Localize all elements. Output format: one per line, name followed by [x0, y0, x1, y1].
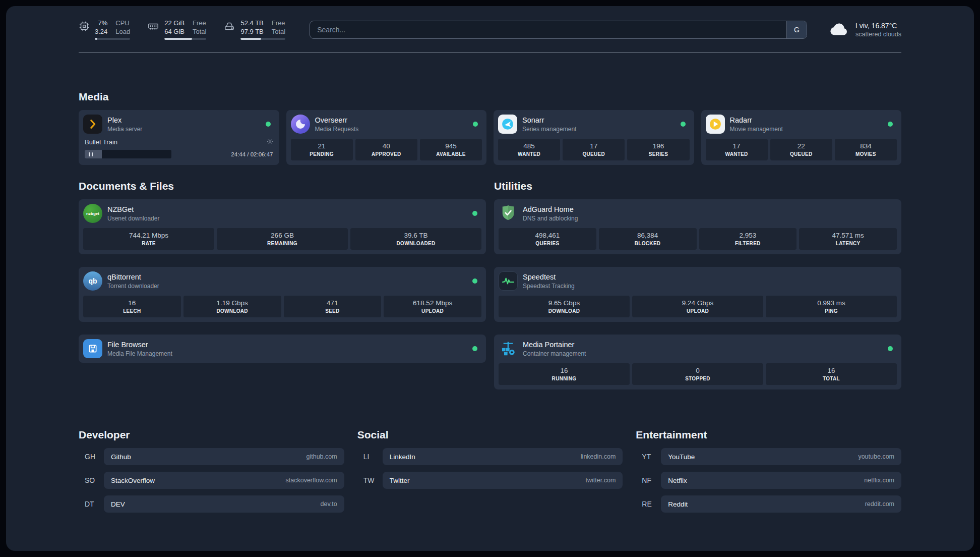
- service-card-portainer[interactable]: Media Portainer Container management 16 …: [494, 335, 901, 389]
- service-card-plex[interactable]: Plex Media server Bullet Train: [79, 110, 279, 165]
- search-bar: G: [310, 21, 807, 39]
- bookmark-reddit[interactable]: RE Reddit reddit.com: [636, 495, 901, 513]
- gear-icon[interactable]: [267, 138, 273, 146]
- bookmark-pill[interactable]: YouTube youtube.com: [661, 448, 901, 465]
- section-title-documents: Documents & Files: [79, 180, 486, 192]
- service-card-radarr[interactable]: Radarr Movie management 17 WANTED 22 QUE…: [701, 110, 902, 165]
- stat-ping: 0.993 ms PING: [766, 296, 897, 317]
- radarr-title: Radarr: [730, 116, 783, 125]
- disk-widget: 52.4 TB 97.9 TB Free Total: [223, 19, 285, 40]
- service-card-adguard[interactable]: AdGuard Home DNS and adblocking 498,461 …: [494, 199, 901, 254]
- search-input[interactable]: [310, 21, 786, 38]
- stat-blocked: 86,384 BLOCKED: [599, 228, 697, 250]
- adguard-icon: [499, 204, 518, 223]
- cloud-icon: [829, 21, 849, 38]
- bookmark-twitter[interactable]: TW Twitter twitter.com: [357, 472, 623, 489]
- disk-free-value: 52.4 TB: [240, 19, 263, 27]
- radarr-icon: [706, 115, 725, 134]
- stat-downloaded: 39.6 TB DOWNLOADED: [350, 228, 481, 250]
- disk-total-label: Total: [272, 28, 285, 36]
- service-card-nzbget[interactable]: nzbget NZBGet Usenet downloader 744.21 M…: [79, 199, 486, 254]
- stat-seed: 471 SEED: [284, 296, 382, 317]
- stat-filtered: 2,953 FILTERED: [699, 228, 797, 250]
- bookmark-youtube[interactable]: YT YouTube youtube.com: [636, 448, 901, 465]
- service-card-sonarr[interactable]: Sonarr Series management 485 WANTED 17 Q…: [494, 110, 694, 165]
- cpu-icon: [79, 21, 90, 40]
- bookmark-pill[interactable]: Netflix netflix.com: [661, 472, 901, 489]
- service-card-overseerr[interactable]: Overseerr Media Requests 21 PENDING 40 A…: [286, 110, 487, 165]
- stat-download: 1.19 Gbps DOWNLOAD: [183, 296, 281, 317]
- bookmark-github[interactable]: GH Github github.com: [79, 448, 344, 465]
- stat-queued: 17 QUEUED: [563, 139, 625, 160]
- stat-wanted: 485 WANTED: [498, 139, 560, 160]
- stat-rate: 744.21 Mbps RATE: [83, 228, 214, 250]
- plex-playback-time: 24:44 / 02:06:47: [231, 151, 273, 157]
- sonarr-status-dot: [681, 122, 686, 127]
- plex-subtitle: Media server: [107, 126, 142, 133]
- plex-progressbar[interactable]: [85, 150, 171, 158]
- bookmark-netflix[interactable]: NF Netflix netflix.com: [636, 472, 901, 489]
- service-card-qbittorrent[interactable]: qb qBittorrent Torrent downloader 16 LEE…: [79, 267, 486, 322]
- plex-icon: [83, 115, 102, 134]
- bookmark-pill[interactable]: Twitter twitter.com: [383, 472, 623, 489]
- bookmark-pill[interactable]: StackOverflow stackoverflow.com: [104, 472, 344, 489]
- bookmark-abbr: GH: [79, 453, 104, 461]
- nzbget-subtitle: Usenet downloader: [107, 215, 159, 222]
- pause-icon[interactable]: [89, 150, 93, 158]
- memory-widget: 22 GiB 64 GiB Free Total: [147, 19, 206, 40]
- stat-queries: 498,461 QUERIES: [499, 228, 596, 250]
- bookmark-stackoverflow[interactable]: SO StackOverflow stackoverflow.com: [79, 472, 344, 489]
- section-title-media: Media: [79, 91, 901, 103]
- filebrowser-subtitle: Media File Management: [107, 350, 172, 357]
- bookmark-pill[interactable]: Reddit reddit.com: [661, 495, 901, 513]
- portainer-status-dot: [888, 346, 893, 351]
- portainer-subtitle: Container management: [523, 350, 586, 357]
- section-social: Social LI LinkedIn linkedin.com TW Twitt…: [357, 429, 623, 519]
- stat-available: 945 AVAILABLE: [420, 139, 482, 160]
- disk-progressbar: [240, 38, 285, 40]
- bookmark-abbr: DT: [79, 500, 104, 508]
- nzbget-icon: nzbget: [83, 204, 102, 223]
- section-utilities: Utilities AdGuard Home DNS and adblockin…: [494, 180, 901, 389]
- bookmark-dev[interactable]: DT DEV dev.to: [79, 495, 344, 513]
- stat-total: 16 TOTAL: [766, 363, 897, 385]
- bookmark-pill[interactable]: Github github.com: [104, 448, 344, 465]
- stat-pending: 21 PENDING: [291, 139, 353, 160]
- qbittorrent-icon: qb: [83, 271, 102, 291]
- resource-widgets: 7% 3.24 CPU Load: [79, 19, 285, 40]
- bookmark-abbr: LI: [357, 453, 383, 461]
- service-card-speedtest[interactable]: Speedtest Speedtest Tracking 9.65 Gbps D…: [494, 267, 901, 322]
- cpu-widget: 7% 3.24 CPU Load: [79, 19, 130, 40]
- service-card-filebrowser[interactable]: File Browser Media File Management: [79, 335, 486, 363]
- stat-stopped: 0 STOPPED: [632, 363, 763, 385]
- bookmark-linkedin[interactable]: LI LinkedIn linkedin.com: [357, 448, 623, 465]
- disk-total-value: 97.9 TB: [240, 28, 263, 36]
- bookmark-abbr: SO: [79, 476, 104, 484]
- section-title-entertainment: Entertainment: [636, 429, 901, 441]
- memory-free-value: 22 GiB: [164, 19, 185, 27]
- speedtest-icon: [499, 271, 518, 291]
- stat-movies: 834 MOVIES: [835, 139, 897, 160]
- qbittorrent-title: qBittorrent: [107, 273, 159, 282]
- stat-download: 9.65 Gbps DOWNLOAD: [499, 296, 630, 317]
- search-provider-button[interactable]: G: [786, 21, 807, 38]
- sonarr-icon: [498, 115, 517, 134]
- overseerr-icon: [291, 115, 310, 134]
- cpu-usage-value: 7%: [95, 19, 107, 27]
- top-bar: 7% 3.24 CPU Load: [79, 19, 901, 40]
- qbittorrent-status-dot: [472, 278, 477, 284]
- overseerr-subtitle: Media Requests: [315, 126, 359, 133]
- sonarr-title: Sonarr: [522, 116, 576, 125]
- weather-condition: scattered clouds: [855, 31, 901, 38]
- bookmark-pill[interactable]: LinkedIn linkedin.com: [383, 448, 623, 465]
- header-divider: [79, 52, 901, 52]
- memory-total-label: Total: [193, 28, 206, 36]
- cpu-progressbar: [95, 38, 130, 40]
- memory-free-label: Free: [193, 19, 206, 27]
- bookmark-pill[interactable]: DEV dev.to: [104, 495, 344, 513]
- speedtest-subtitle: Speedtest Tracking: [523, 283, 575, 290]
- cpu-load-value: 3.24: [95, 28, 107, 36]
- cpu-load-label: Load: [115, 28, 130, 36]
- stat-remaining: 266 GB REMAINING: [217, 228, 348, 250]
- cpu-label: CPU: [115, 19, 130, 27]
